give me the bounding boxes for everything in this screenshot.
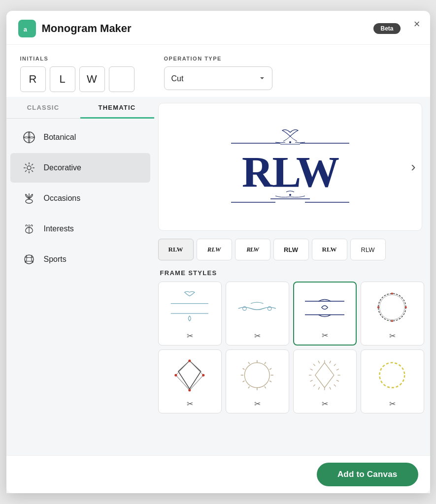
sidebar-item-decorative[interactable]: Decorative <box>10 153 150 183</box>
svg-point-36 <box>188 389 191 391</box>
frame-item-8[interactable]: ✂ <box>361 349 424 413</box>
frame-item-7[interactable]: ✂ <box>293 349 357 413</box>
initials-section: INITIALS OPERATION TYPE Cut Draw Print <box>6 45 430 97</box>
initial-input-4[interactable] <box>109 66 134 92</box>
frame-item-4[interactable]: ✂ <box>361 282 424 346</box>
svg-line-52 <box>330 361 331 363</box>
svg-point-28 <box>378 293 406 321</box>
interests-icon <box>22 222 36 236</box>
botanical-icon <box>22 130 36 144</box>
sports-label: Sports <box>44 255 67 264</box>
sidebar-item-occasions[interactable]: Occasions <box>10 184 150 213</box>
font-style-item-2[interactable]: RLW <box>197 239 232 260</box>
frame-item-6[interactable]: ✂ <box>226 349 289 413</box>
sidebar-item-botanical[interactable]: Botanical <box>10 123 150 152</box>
sports-icon <box>22 252 36 266</box>
initials-label: INITIALS <box>20 56 134 62</box>
svg-point-31 <box>405 306 407 308</box>
svg-point-29 <box>380 295 405 320</box>
sidebar-item-sports[interactable]: Sports <box>10 245 150 274</box>
frame-2-scissors: ✂ <box>254 331 261 341</box>
preview-area: RLW › <box>158 103 422 231</box>
frame-3-scissors: ✂ <box>322 331 328 340</box>
modal-title: Monogram Maker <box>42 22 132 35</box>
sidebar-items-list: Botanical <box>6 119 154 278</box>
font-style-item-3[interactable]: RLW <box>235 239 270 260</box>
svg-point-37 <box>175 374 177 377</box>
font-style-item-5[interactable]: RLW <box>312 239 347 260</box>
svg-point-17 <box>289 141 291 143</box>
svg-point-19 <box>289 194 291 196</box>
occasions-icon <box>22 191 36 205</box>
svg-line-60 <box>318 387 320 389</box>
modal-container: a Monogram Maker Beta × INITIALS OPERATI… <box>6 11 430 493</box>
initial-input-2[interactable] <box>50 66 75 92</box>
occasions-label: Occasions <box>44 194 81 203</box>
initials-group: INITIALS <box>20 56 134 92</box>
frame-item-2[interactable]: ✂ <box>226 282 289 346</box>
modal-footer: Add to Canvas <box>6 455 430 493</box>
tab-classic[interactable]: CLASSIC <box>6 97 80 119</box>
svg-point-34 <box>188 359 191 362</box>
frame-item-3[interactable]: ✂ <box>293 282 357 346</box>
font-style-item-1[interactable]: RLW <box>158 239 194 260</box>
svg-line-11 <box>25 170 27 172</box>
close-button[interactable]: × <box>414 19 420 30</box>
monogram-svg: RLW <box>216 118 364 216</box>
font-style-item-4[interactable]: RLW <box>273 239 309 260</box>
frame-6-inner <box>232 354 282 395</box>
svg-line-47 <box>243 381 245 382</box>
decorative-icon <box>22 161 36 175</box>
preview-monogram: RLW <box>216 118 364 216</box>
svg-line-57 <box>334 384 336 386</box>
tab-thematic[interactable]: THEMATIC <box>80 97 154 119</box>
font-styles-row: RLW RLW RLW RLW RLW RLW <box>154 235 430 264</box>
add-to-canvas-button[interactable]: Add to Canvas <box>317 463 418 486</box>
tabs-and-content: CLASSIC THEMATIC Botanical <box>6 97 430 493</box>
frame-item-5[interactable]: ✂ <box>158 349 222 413</box>
svg-line-53 <box>334 364 336 366</box>
frame-styles-section: FRAME STYLES ✂ <box>154 264 430 413</box>
frame-1-scissors: ✂ <box>187 331 193 341</box>
svg-point-33 <box>377 306 379 308</box>
frame-6-scissors: ✂ <box>254 399 261 409</box>
svg-point-67 <box>380 363 405 388</box>
svg-line-62 <box>310 380 313 381</box>
svg-point-3 <box>27 166 31 170</box>
svg-point-32 <box>391 320 393 322</box>
main-content: RLW › <box>154 97 430 493</box>
frame-7-scissors: ✂ <box>322 399 328 409</box>
sidebar-item-interests[interactable]: Interests <box>10 214 150 244</box>
svg-point-35 <box>202 374 204 377</box>
svg-line-40 <box>265 362 266 364</box>
svg-point-14 <box>25 255 34 264</box>
svg-text:RLW: RLW <box>241 148 338 196</box>
frame-7-inner <box>300 354 350 395</box>
initial-input-3[interactable] <box>79 66 105 92</box>
svg-point-38 <box>245 363 270 388</box>
svg-point-30 <box>391 292 393 294</box>
frame-1-inner <box>165 286 215 327</box>
initials-inputs <box>20 66 134 92</box>
operation-select[interactable]: Cut Draw Print <box>164 66 272 90</box>
preview-next-button[interactable]: › <box>411 159 415 175</box>
svg-line-44 <box>265 386 266 388</box>
svg-line-46 <box>248 386 250 388</box>
decorative-label: Decorative <box>44 163 81 172</box>
svg-line-41 <box>269 368 271 370</box>
svg-text:a: a <box>23 26 27 33</box>
svg-point-12 <box>26 199 33 203</box>
initial-input-1[interactable] <box>20 66 46 92</box>
svg-line-8 <box>25 164 27 165</box>
svg-line-54 <box>336 369 339 370</box>
sidebar: CLASSIC THEMATIC Botanical <box>6 97 154 493</box>
font-style-item-6[interactable]: RLW <box>350 239 386 260</box>
modal-header: a Monogram Maker Beta × <box>6 11 430 45</box>
frame-8-scissors: ✂ <box>389 399 396 409</box>
beta-badge: Beta <box>373 23 400 34</box>
frame-item-1[interactable]: ✂ <box>158 282 222 346</box>
frame-5-scissors: ✂ <box>187 399 193 409</box>
svg-line-56 <box>336 380 339 381</box>
svg-line-43 <box>269 381 271 382</box>
svg-line-49 <box>243 368 245 370</box>
